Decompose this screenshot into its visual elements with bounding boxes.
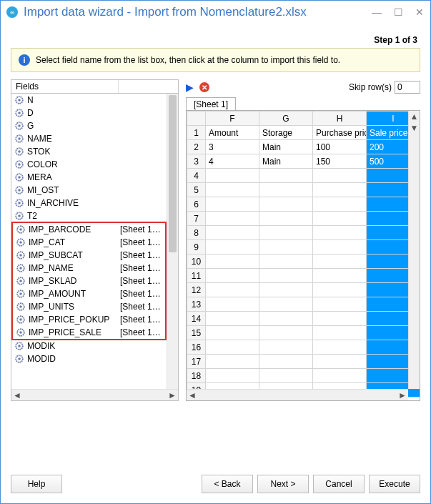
cell[interactable] [206, 212, 259, 226]
cell[interactable] [206, 226, 259, 240]
field-row[interactable]: IMP_AMOUNT[Sheet 1] F... [13, 287, 165, 300]
row-header[interactable]: 7 [187, 212, 206, 226]
field-row[interactable]: IMP_SUBCAT[Sheet 1] B... [13, 249, 165, 262]
column-header[interactable]: G [259, 112, 313, 126]
row-header[interactable]: 4 [187, 169, 206, 183]
grid-horizontal-scrollbar[interactable]: ◄ ► [187, 389, 408, 400]
field-row[interactable]: IMP_NAME[Sheet 1] C... [13, 262, 165, 275]
cell[interactable] [259, 197, 313, 212]
cell[interactable] [259, 255, 313, 269]
row-header[interactable]: 17 [187, 355, 206, 369]
delete-icon[interactable]: ✕ [199, 82, 209, 92]
row-header[interactable]: 15 [187, 326, 206, 340]
cell[interactable] [259, 369, 313, 383]
help-button[interactable]: Help [11, 475, 62, 493]
cell[interactable] [206, 297, 259, 312]
row-header[interactable]: 9 [187, 240, 206, 255]
cell[interactable] [259, 169, 313, 183]
cell[interactable]: Main [259, 154, 313, 169]
field-row[interactable]: MODIK [11, 340, 167, 352]
next-button[interactable]: Next > [257, 475, 309, 493]
cell[interactable] [313, 255, 367, 269]
fields-vertical-scrollbar[interactable] [167, 94, 178, 389]
fields-list[interactable]: NDGNAMESTOKCOLORMERAMI_OSTIN_ARCHIVET2IM… [11, 94, 178, 400]
field-row[interactable]: NAME [11, 132, 167, 145]
cell[interactable] [206, 369, 259, 383]
close-button[interactable]: ✕ [415, 7, 425, 17]
cell[interactable] [259, 297, 313, 312]
row-header[interactable]: 10 [187, 255, 206, 269]
cell[interactable] [206, 255, 259, 269]
cell[interactable] [313, 312, 367, 326]
cell[interactable] [206, 240, 259, 255]
grid-vertical-scrollbar[interactable]: ▲ ▼ [408, 111, 420, 389]
tab-sheet1[interactable]: [Sheet 1] [186, 97, 236, 111]
cell[interactable] [259, 212, 313, 226]
fields-horizontal-scrollbar[interactable]: ◄ ► [11, 389, 178, 400]
row-header[interactable]: 14 [187, 312, 206, 326]
row-header[interactable]: 1 [187, 126, 206, 140]
cell[interactable]: 4 [206, 154, 259, 169]
back-button[interactable]: < Back [202, 475, 253, 493]
maximize-button[interactable]: ☐ [393, 7, 403, 17]
row-header[interactable]: 6 [187, 197, 206, 212]
scroll-right-icon[interactable]: ► [167, 390, 178, 400]
row-header[interactable]: 8 [187, 226, 206, 240]
cell[interactable] [313, 269, 367, 283]
field-row[interactable]: D [11, 107, 167, 119]
sheet-grid[interactable]: FGHI1AmountStoragePurchase priceSale pri… [186, 110, 420, 401]
cell[interactable] [313, 212, 367, 226]
cell[interactable] [259, 326, 313, 340]
row-header[interactable]: 2 [187, 140, 206, 154]
field-row[interactable]: MERA [11, 171, 167, 184]
column-header[interactable]: F [206, 112, 259, 126]
cell[interactable]: 100 [313, 140, 367, 154]
field-row[interactable]: N [11, 94, 167, 107]
cell[interactable] [313, 240, 367, 255]
cell[interactable] [206, 169, 259, 183]
field-row[interactable]: MODID [11, 352, 167, 365]
field-row[interactable]: IMP_SKLAD[Sheet 1] G... [13, 275, 165, 287]
row-header[interactable]: 5 [187, 183, 206, 197]
cell[interactable]: Main [259, 140, 313, 154]
row-header[interactable]: 3 [187, 154, 206, 169]
cell[interactable]: Storage [259, 126, 313, 140]
cell[interactable] [313, 369, 367, 383]
field-row[interactable]: STOK [11, 145, 167, 158]
cell[interactable] [313, 226, 367, 240]
cell[interactable] [313, 197, 367, 212]
cell[interactable] [313, 183, 367, 197]
column-header[interactable]: H [313, 112, 367, 126]
row-header[interactable]: 18 [187, 369, 206, 383]
cell[interactable] [259, 183, 313, 197]
scroll-up-icon[interactable]: ▲ [409, 111, 420, 122]
cell[interactable] [313, 340, 367, 355]
cell[interactable] [206, 283, 259, 297]
cell[interactable] [206, 326, 259, 340]
field-row[interactable]: COLOR [11, 158, 167, 171]
row-header[interactable]: 16 [187, 340, 206, 355]
cancel-button[interactable]: Cancel [313, 475, 365, 493]
cell[interactable] [259, 283, 313, 297]
cell[interactable] [259, 240, 313, 255]
cell[interactable]: Amount [206, 126, 259, 140]
cell[interactable]: Purchase price [313, 126, 367, 140]
cell[interactable] [259, 340, 313, 355]
field-row[interactable]: IMP_CAT[Sheet 1] A... [13, 236, 165, 249]
field-row[interactable]: G [11, 119, 167, 132]
cell[interactable]: 3 [206, 140, 259, 154]
scroll-down-icon[interactable]: ▼ [409, 122, 420, 134]
cell[interactable] [206, 197, 259, 212]
scroll-right-icon[interactable]: ► [397, 390, 408, 400]
field-row[interactable]: IMP_PRICE_SALE[Sheet 1] I... [13, 326, 165, 339]
play-icon[interactable]: ▶ [186, 81, 194, 93]
row-header[interactable]: 11 [187, 269, 206, 283]
cell[interactable] [313, 283, 367, 297]
cell[interactable] [259, 226, 313, 240]
cell[interactable] [206, 183, 259, 197]
field-row[interactable]: IMP_PRICE_POKUP[Sheet 1] H... [13, 313, 165, 326]
field-row[interactable]: T2 [11, 209, 167, 222]
minimize-button[interactable]: — [372, 7, 382, 17]
cell[interactable] [259, 355, 313, 369]
cell[interactable] [313, 297, 367, 312]
